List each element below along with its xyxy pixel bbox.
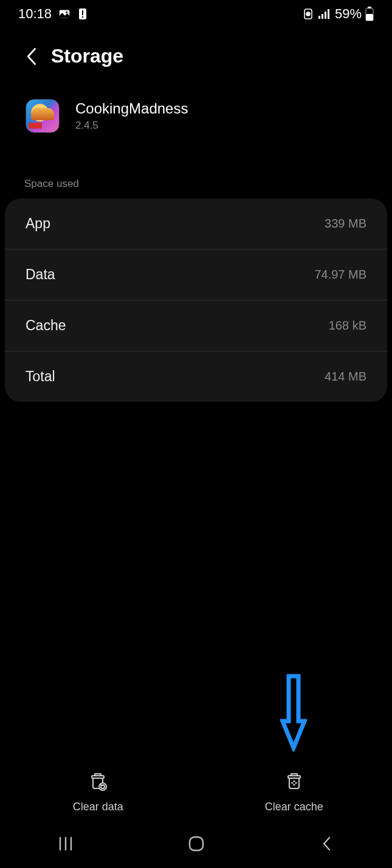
- svg-rect-10: [328, 9, 329, 19]
- svg-point-6: [306, 12, 310, 16]
- row-value: 339 MB: [325, 217, 366, 231]
- row-label: Total: [26, 368, 55, 385]
- annotation-arrow-icon: [280, 674, 307, 754]
- row-total: Total 414 MB: [5, 351, 387, 402]
- svg-rect-15: [92, 776, 104, 778]
- signal-icon: [318, 8, 331, 19]
- svg-rect-4: [82, 16, 83, 18]
- status-bar: 10:18 59%: [0, 0, 392, 25]
- clear-data-label: Clear data: [73, 801, 123, 813]
- nav-back-button[interactable]: [291, 835, 363, 853]
- nav-home-button[interactable]: [160, 834, 233, 853]
- row-app: App 339 MB: [5, 198, 387, 249]
- svg-marker-14: [283, 676, 304, 748]
- nav-recents-button[interactable]: [29, 836, 102, 852]
- app-version: 2.4.5: [75, 120, 188, 132]
- svg-point-1: [66, 12, 67, 13]
- clear-cache-button[interactable]: Clear cache: [196, 771, 393, 813]
- clear-data-button[interactable]: Clear data: [0, 771, 196, 813]
- section-label-space-used: Space used: [0, 144, 392, 198]
- battery-icon: [365, 7, 374, 21]
- row-label: Data: [26, 266, 55, 283]
- trash-reset-icon: [88, 771, 108, 795]
- row-value: 414 MB: [325, 370, 366, 384]
- svg-rect-3: [82, 10, 83, 15]
- clear-cache-label: Clear cache: [265, 801, 323, 813]
- svg-rect-9: [325, 12, 326, 19]
- page-title: Storage: [51, 45, 123, 67]
- row-value: 74.97 MB: [314, 268, 366, 282]
- notification-icon: [302, 7, 314, 21]
- svg-rect-8: [322, 14, 323, 19]
- svg-rect-17: [288, 776, 300, 778]
- row-label: Cache: [26, 317, 66, 334]
- storage-breakdown-card: App 339 MB Data 74.97 MB Cache 168 kB To…: [5, 198, 387, 402]
- status-time: 10:18: [18, 6, 52, 22]
- app-icon: [26, 99, 60, 133]
- image-icon: [58, 7, 71, 21]
- svg-rect-13: [366, 14, 373, 21]
- trash-sparkle-icon: [284, 771, 304, 795]
- svg-rect-21: [190, 837, 203, 850]
- bottom-actions: Clear data Clear cache: [0, 771, 392, 813]
- row-value: 168 kB: [329, 319, 366, 333]
- alert-icon: [77, 7, 88, 21]
- app-info: CookingMadness 2.4.5: [0, 78, 392, 144]
- row-cache: Cache 168 kB: [5, 300, 387, 351]
- row-data: Data 74.97 MB: [5, 249, 387, 300]
- svg-point-16: [99, 783, 106, 790]
- app-name: CookingMadness: [75, 100, 188, 117]
- battery-percentage: 59%: [335, 6, 362, 22]
- row-label: App: [26, 215, 50, 232]
- svg-rect-7: [318, 16, 320, 19]
- back-button[interactable]: [24, 46, 40, 67]
- system-navbar: [0, 819, 392, 868]
